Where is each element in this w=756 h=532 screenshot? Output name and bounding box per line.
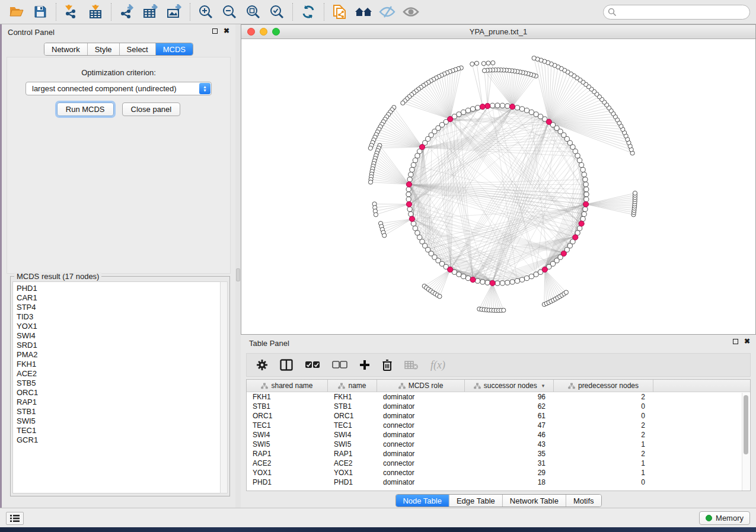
table-row[interactable]: SWI4SWI4dominator462 — [247, 430, 750, 440]
mcds-result-item[interactable]: CAR1 — [17, 293, 221, 303]
table-row[interactable]: ACE2ACE2connector311 — [247, 459, 750, 468]
export-table-icon[interactable] — [139, 2, 162, 22]
tab-select[interactable]: Select — [120, 43, 156, 55]
table-row[interactable]: SWI5SWI5connector431 — [247, 440, 750, 449]
splitter-grip[interactable] — [236, 268, 240, 281]
tab-node-table[interactable]: Node Table — [395, 495, 449, 507]
mcds-result-item[interactable]: ACE2 — [17, 369, 221, 379]
cell: dominator — [377, 393, 465, 401]
mcds-result-item[interactable]: PHD1 — [17, 284, 221, 293]
deselect-all-icon[interactable] — [332, 361, 347, 369]
mcds-result-item[interactable]: RAP1 — [17, 398, 221, 407]
float-panel-icon[interactable] — [212, 28, 218, 34]
column-header-name[interactable]: name — [328, 380, 377, 392]
cell: 62 — [465, 402, 554, 411]
tab-edge-table[interactable]: Edge Table — [449, 495, 503, 507]
close-table-panel-icon[interactable]: ✖ — [744, 339, 750, 344]
show-all-icon[interactable] — [399, 2, 423, 22]
zoom-fit-icon[interactable] — [241, 2, 265, 22]
table-scrollbar[interactable] — [742, 393, 749, 491]
mcds-result-item[interactable]: YOX1 — [17, 322, 221, 331]
mcds-result-item[interactable]: PMA2 — [17, 350, 221, 360]
mcds-result-item[interactable]: SWI4 — [17, 331, 221, 341]
open-file-icon[interactable] — [5, 2, 28, 22]
cell: ACE2 — [247, 459, 328, 467]
mcds-result-item[interactable]: GCR1 — [17, 435, 221, 445]
search-field[interactable] — [603, 5, 750, 20]
mcds-list-scrollbar[interactable] — [220, 281, 228, 493]
add-column-icon[interactable] — [359, 360, 370, 370]
criterion-dropdown[interactable]: largest connected component (undirected)… — [25, 82, 212, 95]
table-scrollbar-thumb[interactable] — [744, 395, 748, 454]
table-row[interactable]: PHD1PHD1dominator180 — [247, 477, 750, 487]
cell: connector — [377, 459, 465, 467]
close-panel-button[interactable]: Close panel — [122, 102, 181, 116]
table-row[interactable]: STB1STB1dominator620 — [247, 402, 750, 411]
window-zoom-icon[interactable] — [272, 28, 280, 36]
first-neighbors-icon[interactable] — [352, 2, 375, 22]
tab-network[interactable]: Network — [44, 43, 88, 55]
zoom-selected-icon[interactable] — [265, 2, 289, 22]
tab-mcds[interactable]: MCDS — [156, 43, 193, 55]
cell: connector — [377, 469, 465, 477]
network-view-window: YPA_prune.txt_1 — [241, 24, 756, 335]
save-session-icon[interactable] — [28, 2, 52, 22]
export-network-icon[interactable] — [115, 2, 139, 22]
window-close-icon[interactable] — [247, 28, 255, 36]
table-header-row: shared namenameMCDS rolesuccessor nodes▾… — [247, 380, 750, 392]
import-table-icon[interactable] — [84, 2, 107, 22]
network-window-titlebar[interactable]: YPA_prune.txt_1 — [241, 25, 755, 39]
search-input[interactable] — [603, 5, 750, 20]
mcds-result-item[interactable]: STP4 — [17, 303, 221, 312]
node-table[interactable]: shared namenameMCDS rolesuccessor nodes▾… — [246, 379, 751, 491]
import-network-icon[interactable] — [60, 2, 84, 22]
duplicate-network-icon[interactable] — [328, 2, 352, 22]
refresh-icon[interactable] — [296, 2, 320, 22]
column-header-shared-name[interactable]: shared name — [247, 380, 328, 392]
tab-style[interactable]: Style — [88, 43, 120, 55]
hide-selected-icon[interactable] — [375, 2, 399, 22]
mcds-result-item[interactable]: STB5 — [17, 379, 221, 388]
table-options-icon[interactable] — [256, 359, 268, 371]
float-table-panel-icon[interactable] — [733, 339, 738, 344]
column-header-MCDS-role[interactable]: MCDS role — [377, 380, 465, 392]
mcds-result-item[interactable]: SWI5 — [17, 416, 221, 426]
tab-network-table[interactable]: Network Table — [503, 495, 566, 507]
table-panel: Table Panel ✖ f(x) shared namenameMCD — [241, 335, 756, 508]
memory-button[interactable]: Memory — [699, 511, 750, 525]
mcds-result-item[interactable]: STB1 — [17, 407, 221, 416]
table-panel-title: Table Panel — [249, 339, 289, 348]
tab-motifs[interactable]: Motifs — [566, 495, 601, 507]
delete-column-icon[interactable] — [382, 359, 393, 371]
zoom-in-icon[interactable] — [194, 2, 218, 22]
mcds-result-item[interactable]: TEC1 — [17, 426, 221, 435]
window-minimize-icon[interactable] — [260, 28, 267, 36]
table-row[interactable]: TEC1TEC1connector472 — [247, 421, 750, 430]
column-header-predecessor-nodes[interactable]: predecessor nodes — [554, 380, 653, 392]
column-header-successor-nodes[interactable]: successor nodes▾ — [465, 380, 554, 392]
table-panel-tabs: Node TableEdge TableNetwork TableMotifs — [395, 494, 601, 507]
zoom-out-icon[interactable] — [218, 2, 241, 22]
table-row[interactable]: FKH1FKH1dominator962 — [247, 392, 750, 402]
export-image-icon[interactable] — [162, 2, 186, 22]
mcds-result-list[interactable]: PHD1CAR1STP4TID3YOX1SWI4SRD1PMA2FKH1ACE2… — [12, 281, 221, 493]
column-header-filler — [653, 380, 750, 392]
task-history-button[interactable] — [6, 512, 24, 525]
table-row[interactable]: RAP1RAP1dominator352 — [247, 449, 750, 459]
mcds-result-item[interactable]: SRD1 — [17, 341, 221, 350]
panel-splitter[interactable] — [235, 24, 241, 508]
run-mcds-button[interactable]: Run MCDS — [57, 102, 114, 116]
mcds-result-item[interactable]: TID3 — [17, 312, 221, 322]
table-row[interactable]: YOX1YOX1connector291 — [247, 468, 750, 477]
mcds-result-item[interactable]: FKH1 — [17, 360, 221, 369]
select-all-icon[interactable] — [305, 361, 320, 369]
cell: connector — [377, 421, 465, 430]
mcds-result-item[interactable]: ORC1 — [17, 388, 221, 398]
dropdown-stepper-icon: ▲▼ — [199, 83, 210, 94]
table-row[interactable]: ORC1ORC1dominator610 — [247, 411, 750, 421]
show-columns-icon[interactable] — [280, 359, 293, 371]
close-panel-icon[interactable]: ✖ — [224, 28, 229, 34]
network-graph-canvas[interactable] — [241, 39, 755, 334]
control-panel-tabs: NetworkStyleSelectMCDS — [44, 43, 193, 56]
desktop-wallpaper — [0, 527, 756, 532]
